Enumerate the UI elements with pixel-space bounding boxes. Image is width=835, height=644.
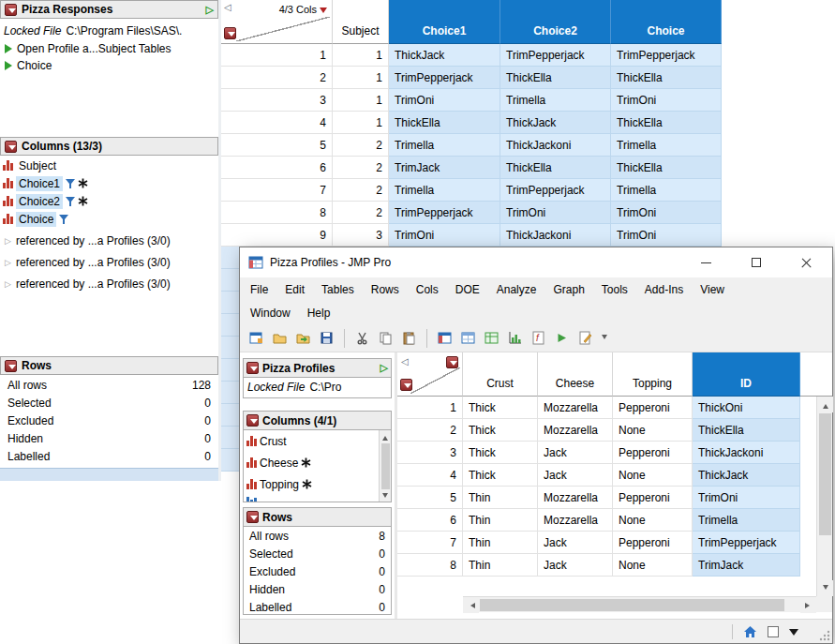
column-header-id[interactable]: ID xyxy=(693,352,800,397)
cell[interactable]: Jack xyxy=(538,442,613,464)
reference-item[interactable]: ▷ referenced by ...a Profiles (3/0) xyxy=(5,274,171,294)
cell[interactable]: ThickJackoni xyxy=(500,134,611,157)
disclosure-icon[interactable]: ▷ xyxy=(5,237,11,246)
cell[interactable]: ThickElla xyxy=(389,112,500,134)
copy-button[interactable] xyxy=(375,327,396,350)
red-triangle-button[interactable] xyxy=(5,4,17,16)
menu-window[interactable]: Window xyxy=(242,301,299,324)
cell[interactable]: Trimella xyxy=(693,509,800,532)
cell[interactable]: Mozzarella xyxy=(538,509,613,532)
reference-item[interactable]: ▷ referenced by ...a Profiles (3/0) xyxy=(5,231,171,251)
cell[interactable]: Thin xyxy=(463,554,538,577)
cell[interactable]: ThickJackoni xyxy=(500,224,611,247)
scroll-down-button[interactable] xyxy=(817,580,833,596)
row-number-cell[interactable]: 7 xyxy=(397,532,463,554)
title-bar[interactable]: Pizza Profiles - JMP Pro xyxy=(240,247,832,277)
cell[interactable]: Trimella xyxy=(500,89,611,112)
run-script-button[interactable] xyxy=(551,327,573,350)
scroll-thumb[interactable] xyxy=(480,599,784,611)
column-header-subject[interactable]: Subject xyxy=(333,0,389,44)
column-item-choice[interactable]: Choice xyxy=(3,210,68,228)
graph-builder-button[interactable] xyxy=(504,327,526,350)
column-header-choice1[interactable]: Choice1 xyxy=(389,0,500,44)
cell[interactable]: ThickJack xyxy=(693,464,800,487)
cell[interactable]: ThickElla xyxy=(500,157,611,179)
journal-button[interactable] xyxy=(481,327,502,350)
collapse-sidebar-icon[interactable]: ◁ xyxy=(401,357,409,367)
cell[interactable]: Jack xyxy=(538,554,613,577)
cell[interactable]: ThickOni xyxy=(693,397,800,419)
cell[interactable]: ThickElla xyxy=(500,67,611,89)
resize-grip[interactable] xyxy=(819,630,830,641)
cell[interactable]: Mozzarella xyxy=(538,487,613,509)
cell[interactable]: Pepperoni xyxy=(613,442,693,464)
column-header-topping[interactable]: Topping xyxy=(613,352,693,397)
cols-count-menu[interactable]: 4/3 Cols xyxy=(279,4,327,15)
cell[interactable]: Mozzarella xyxy=(538,397,613,419)
cell[interactable]: 2 xyxy=(333,179,389,202)
column-item-partial[interactable] xyxy=(244,495,391,502)
column-item-topping[interactable]: Topping xyxy=(244,473,391,495)
data-table-button[interactable] xyxy=(434,327,455,350)
scroll-right-button[interactable] xyxy=(800,597,816,613)
reference-item[interactable]: ▷ referenced by ...a Profiles (3/0) xyxy=(5,252,171,273)
menu-add-ins[interactable]: Add-Ins xyxy=(636,277,692,301)
maximize-button[interactable] xyxy=(731,248,782,277)
cell[interactable]: Thin xyxy=(463,532,538,554)
scroll-down-button[interactable] xyxy=(380,490,392,502)
cell[interactable]: TrimJack xyxy=(389,157,500,179)
row-number-cell[interactable]: 4 xyxy=(221,112,333,134)
open-button[interactable] xyxy=(269,327,291,350)
row-number-cell[interactable]: 8 xyxy=(397,554,463,577)
row-number-cell[interactable]: 6 xyxy=(221,157,333,179)
menu-analyze[interactable]: Analyze xyxy=(488,277,545,301)
row-number-cell[interactable]: 1 xyxy=(397,397,463,419)
new-data-table-button[interactable] xyxy=(246,327,267,350)
cell[interactable]: TrimPepperjack xyxy=(389,67,500,89)
cell[interactable]: ThickElla xyxy=(611,112,722,134)
columns-scrollbar[interactable] xyxy=(379,430,391,502)
column-item-crust[interactable]: Crust xyxy=(244,430,391,452)
cell[interactable]: TrimOni xyxy=(693,487,800,509)
row-number-cell[interactable]: 6 xyxy=(397,509,463,532)
status-dropdown-icon[interactable] xyxy=(789,629,798,640)
red-triangle-button[interactable] xyxy=(246,362,259,374)
cell[interactable]: TrimOni xyxy=(611,224,722,247)
collapse-sidebar-icon[interactable]: ◁ xyxy=(224,3,231,12)
column-header-crust[interactable]: Crust xyxy=(463,352,538,397)
column-header-cheese[interactable]: Cheese xyxy=(538,352,613,397)
menu-graph[interactable]: Graph xyxy=(544,277,592,301)
cell[interactable]: Mozzarella xyxy=(538,419,613,442)
horizontal-scrollbar[interactable] xyxy=(463,596,816,612)
row-number-cell[interactable]: 5 xyxy=(397,487,463,509)
menu-help[interactable]: Help xyxy=(299,301,339,324)
cell[interactable]: Thick xyxy=(463,442,538,464)
cell[interactable]: ThickJack xyxy=(500,112,611,134)
cell[interactable]: ThickElla xyxy=(611,67,722,89)
cell[interactable]: 2 xyxy=(333,134,389,157)
cell[interactable]: TrimPepperjack xyxy=(500,44,611,67)
vertical-scrollbar[interactable] xyxy=(816,397,832,596)
cell[interactable]: None xyxy=(613,554,693,577)
row-number-cell[interactable]: 7 xyxy=(221,179,333,202)
scroll-thumb[interactable] xyxy=(381,443,390,489)
toolbar-overflow-button[interactable] xyxy=(598,327,611,350)
scroll-left-button[interactable] xyxy=(463,597,479,613)
menu-doe[interactable]: DOE xyxy=(447,277,488,301)
row-number-cell[interactable]: 2 xyxy=(397,419,463,442)
red-triangle-button[interactable] xyxy=(246,414,259,427)
cell[interactable]: None xyxy=(613,509,693,532)
cell[interactable]: 2 xyxy=(333,157,389,179)
cell[interactable]: 3 xyxy=(333,224,389,247)
menu-edit[interactable]: Edit xyxy=(276,277,313,301)
cell[interactable]: 1 xyxy=(333,67,389,89)
row-number-cell[interactable]: 2 xyxy=(221,67,333,89)
status-checkbox[interactable] xyxy=(768,626,779,637)
cell[interactable]: TrimOni xyxy=(389,89,500,112)
cell[interactable]: None xyxy=(613,419,693,442)
row-number-cell[interactable]: 8 xyxy=(221,202,333,224)
open-profile-script-link[interactable]: Open Profile a...Subject Tables xyxy=(5,40,171,56)
choice-script-link[interactable]: Choice xyxy=(5,57,52,73)
cell[interactable]: 2 xyxy=(333,202,389,224)
cell[interactable]: Trimella xyxy=(389,134,500,157)
